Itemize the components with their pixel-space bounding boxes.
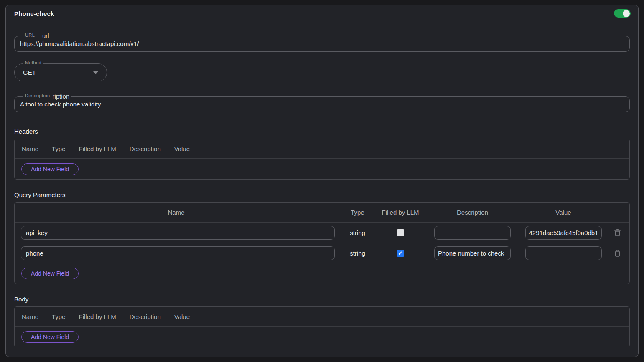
param-filled-cell: [377, 250, 423, 257]
url-value: https://phonevalidation.abstractapi.com/…: [15, 36, 629, 51]
column-type: Type: [52, 313, 66, 320]
description-field-label: Description ription: [23, 93, 71, 99]
param-type: string: [338, 229, 377, 236]
url-field[interactable]: URL · url https://phonevalidation.abstra…: [14, 36, 630, 52]
column-description: Description: [130, 313, 161, 320]
tool-title: Phone-check: [14, 10, 54, 17]
description-field[interactable]: Description ription A tool to check phon…: [14, 96, 630, 112]
param-actions-cell: [605, 228, 629, 238]
column-filled-by-llm: Filled by LLM: [377, 209, 423, 216]
table-row: string: [15, 243, 629, 263]
chevron-down-icon: [93, 71, 98, 74]
column-description: Description: [423, 209, 522, 216]
param-filled-cell: [377, 229, 423, 236]
param-value-input[interactable]: [525, 246, 602, 260]
param-value-cell: [522, 246, 605, 260]
column-name: Name: [15, 209, 338, 216]
query-parameters-table-head: Name Type Filled by LLM Description Valu…: [15, 203, 629, 222]
url-label-large: url: [42, 33, 49, 39]
card-header: Phone-check: [6, 5, 638, 22]
headers-table: Name Type Filled by LLM Description Valu…: [14, 139, 630, 180]
column-filled-by-llm: Filled by LLM: [79, 145, 116, 152]
method-select[interactable]: Method GET: [14, 63, 107, 81]
enabled-toggle[interactable]: [614, 9, 631, 18]
query-parameters-add-new-field-button[interactable]: Add New Field: [21, 268, 79, 279]
param-description-cell: [423, 246, 522, 260]
body-add-row: Add New Field: [15, 327, 629, 347]
param-name-cell: [15, 226, 338, 240]
column-description: Description: [130, 145, 161, 152]
param-name-input[interactable]: [21, 226, 335, 240]
url-label-small: URL: [25, 32, 35, 38]
column-type: Type: [338, 209, 377, 216]
body-table-head: Name Type Filled by LLM Description Valu…: [15, 307, 629, 327]
param-description-cell: [423, 226, 522, 240]
column-name: Name: [22, 145, 38, 152]
headers-table-head: Name Type Filled by LLM Description Valu…: [15, 139, 629, 159]
method-label: Method: [23, 60, 43, 65]
query-parameters-section-title: Query Parameters: [14, 191, 630, 198]
param-name-input[interactable]: [21, 246, 335, 260]
column-value: Value: [174, 145, 190, 152]
column-name: Name: [22, 313, 38, 320]
param-name-cell: [15, 246, 338, 260]
param-description-input[interactable]: [434, 246, 511, 260]
card-content: URL · url https://phonevalidation.abstra…: [6, 36, 638, 347]
body-section-title: Body: [14, 296, 630, 303]
column-filled-by-llm: Filled by LLM: [79, 313, 116, 320]
method-label-text: Method: [25, 60, 41, 65]
param-actions-cell: [605, 248, 629, 258]
delete-row-button[interactable]: [613, 228, 622, 238]
param-value-cell: [522, 226, 605, 240]
trash-icon: [614, 229, 621, 237]
column-type: Type: [52, 145, 66, 152]
url-label-separator: ·: [35, 32, 40, 38]
description-value: A tool to check phone validity: [15, 97, 629, 112]
description-label-small: Description: [25, 93, 50, 98]
filled-by-llm-checkbox[interactable]: [397, 229, 404, 236]
headers-section-title: Headers: [14, 128, 630, 135]
url-field-label: URL · url: [23, 32, 51, 38]
delete-row-button[interactable]: [613, 248, 622, 258]
description-label-large: ription: [52, 93, 69, 99]
column-value: Value: [522, 209, 605, 216]
trash-icon: [614, 249, 621, 257]
param-value-input[interactable]: [525, 226, 602, 240]
headers-add-new-field-button[interactable]: Add New Field: [21, 163, 79, 175]
headers-add-row: Add New Field: [15, 159, 629, 179]
query-parameters-table: Name Type Filled by LLM Description Valu…: [14, 202, 630, 284]
body-add-new-field-button[interactable]: Add New Field: [21, 331, 79, 343]
toggle-knob: [623, 10, 630, 17]
param-type: string: [338, 250, 377, 257]
column-value: Value: [174, 313, 190, 320]
tool-config-card: Phone-check URL · url https://phonevalid…: [5, 5, 639, 357]
method-value: GET: [15, 64, 107, 81]
query-parameters-add-row: Add New Field: [15, 263, 629, 284]
table-row: string: [15, 222, 629, 243]
param-description-input[interactable]: [434, 226, 511, 240]
filled-by-llm-checkbox[interactable]: [397, 250, 404, 257]
body-table: Name Type Filled by LLM Description Valu…: [14, 306, 630, 347]
